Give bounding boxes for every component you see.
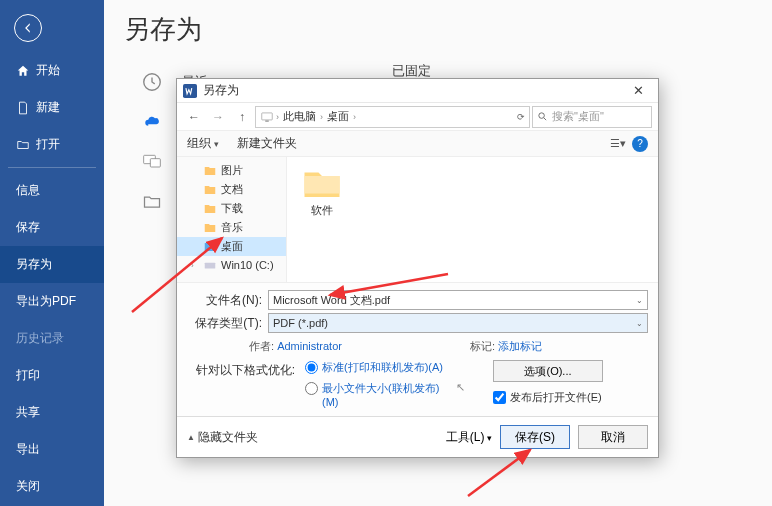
open-after-checkbox[interactable]: 发布后打开文件(E) bbox=[493, 390, 603, 405]
nav-open-label: 打开 bbox=[36, 136, 60, 153]
nav-save[interactable]: 保存 bbox=[0, 209, 104, 246]
filename-label: 文件名(N): bbox=[187, 292, 262, 309]
svg-rect-2 bbox=[150, 159, 160, 167]
optimize-min-label: 最小文件大小(联机发布)(M) bbox=[322, 381, 452, 408]
dialog-titlebar: 另存为 ✕ bbox=[177, 79, 658, 103]
svg-point-6 bbox=[539, 113, 545, 119]
svg-rect-3 bbox=[183, 84, 197, 98]
nav-info-label: 信息 bbox=[16, 182, 40, 199]
cloud-icon bbox=[134, 108, 170, 136]
nav-print[interactable]: 打印 bbox=[0, 357, 104, 394]
options-button[interactable]: 选项(O)... bbox=[493, 360, 603, 382]
nav-close[interactable]: 关闭 bbox=[0, 468, 104, 505]
arrow-left-icon bbox=[21, 21, 35, 35]
nav-home[interactable]: 开始 bbox=[0, 52, 104, 89]
crumb-folder[interactable]: 桌面 bbox=[325, 109, 351, 124]
home-icon bbox=[16, 64, 30, 78]
search-input[interactable]: 搜索"桌面" bbox=[532, 106, 652, 128]
filename-input[interactable]: Microsoft Word 文档.pdf⌄ bbox=[268, 290, 648, 310]
help-button[interactable]: ? bbox=[632, 136, 648, 152]
backstage-sidebar: 开始 新建 打开 信息 保存 另存为 导出为PDF 历史记录 打印 共享 导出 … bbox=[0, 0, 104, 506]
nav-export-label: 导出 bbox=[16, 441, 40, 458]
crumb-thispc[interactable]: 此电脑 bbox=[281, 109, 318, 124]
dialog-title: 另存为 bbox=[203, 82, 624, 99]
nav-forward-button[interactable]: → bbox=[207, 106, 229, 128]
tags-value[interactable]: 添加标记 bbox=[498, 340, 542, 352]
nav-back-button[interactable]: ← bbox=[183, 106, 205, 128]
dialog-toolbar: 组织 新建文件夹 ☰▾ ? bbox=[177, 131, 658, 157]
newfolder-button[interactable]: 新建文件夹 bbox=[237, 135, 297, 152]
dialog-form: 文件名(N): Microsoft Word 文档.pdf⌄ 保存类型(T): … bbox=[177, 282, 658, 416]
tree-item-label: Win10 (C:) bbox=[221, 259, 274, 271]
nav-exportpdf-label: 导出为PDF bbox=[16, 293, 76, 310]
nav-saveas-label: 另存为 bbox=[16, 256, 52, 273]
optimize-minimum-radio[interactable]: 最小文件大小(联机发布)(M) ↖ bbox=[305, 381, 465, 408]
close-button[interactable]: ✕ bbox=[624, 83, 652, 98]
tree-drive[interactable]: ›Win10 (C:) bbox=[177, 256, 286, 274]
cancel-button[interactable]: 取消 bbox=[578, 425, 648, 449]
nav-new-label: 新建 bbox=[36, 99, 60, 116]
tools-menu[interactable]: 工具(L) bbox=[446, 429, 492, 446]
tree-item-label: 下载 bbox=[221, 201, 243, 216]
breadcrumb[interactable]: › 此电脑 › 桌面 › ⟳ bbox=[255, 106, 530, 128]
author-value[interactable]: Administrator bbox=[277, 340, 342, 352]
clock-icon bbox=[134, 68, 170, 96]
open-after-label: 发布后打开文件(E) bbox=[510, 390, 602, 405]
savetype-label: 保存类型(T): bbox=[187, 315, 262, 332]
nav-up-button[interactable]: ↑ bbox=[231, 106, 253, 128]
folder-label: 软件 bbox=[311, 203, 333, 218]
dialog-navbar: ← → ↑ › 此电脑 › 桌面 › ⟳ 搜索"桌面" bbox=[177, 103, 658, 131]
folder-tree: 图片 文档 下载 音乐 桌面 ›Win10 (C:) bbox=[177, 157, 287, 282]
save-button[interactable]: 保存(S) bbox=[500, 425, 570, 449]
tree-item-label: 图片 bbox=[221, 163, 243, 178]
nav-history: 历史记录 bbox=[0, 320, 104, 357]
tree-item-label: 桌面 bbox=[221, 239, 243, 254]
tree-pictures[interactable]: 图片 bbox=[177, 161, 286, 180]
svg-rect-5 bbox=[265, 120, 269, 121]
nav-saveas[interactable]: 另存为 bbox=[0, 246, 104, 283]
nav-exportpdf[interactable]: 导出为PDF bbox=[0, 283, 104, 320]
file-icon bbox=[16, 101, 30, 115]
folder-icon bbox=[301, 165, 343, 201]
nav-export[interactable]: 导出 bbox=[0, 431, 104, 468]
author-label: 作者: bbox=[249, 340, 274, 352]
tree-downloads[interactable]: 下载 bbox=[177, 199, 286, 218]
saveas-dialog: 另存为 ✕ ← → ↑ › 此电脑 › 桌面 › ⟳ 搜索"桌面" 组织 新建文… bbox=[176, 78, 659, 458]
nav-info[interactable]: 信息 bbox=[0, 172, 104, 209]
tags-label: 标记: bbox=[470, 340, 495, 352]
nav-new[interactable]: 新建 bbox=[0, 89, 104, 126]
pc-icon bbox=[260, 110, 274, 124]
search-icon bbox=[537, 111, 548, 122]
folder-open-icon bbox=[134, 188, 170, 216]
nav-open[interactable]: 打开 bbox=[0, 126, 104, 163]
nav-home-label: 开始 bbox=[36, 62, 60, 79]
back-button[interactable] bbox=[14, 14, 42, 42]
optimize-standard-radio[interactable]: 标准(打印和联机发布)(A) bbox=[305, 360, 465, 375]
nav-print-label: 打印 bbox=[16, 367, 40, 384]
tree-item-label: 文档 bbox=[221, 182, 243, 197]
file-list[interactable]: 软件 bbox=[287, 157, 658, 282]
organize-menu[interactable]: 组织 bbox=[187, 135, 219, 152]
svg-rect-7 bbox=[205, 263, 216, 269]
savetype-value: PDF (*.pdf) bbox=[273, 317, 328, 329]
tree-item-label: 音乐 bbox=[221, 220, 243, 235]
tree-documents[interactable]: 文档 bbox=[177, 180, 286, 199]
nav-history-label: 历史记录 bbox=[16, 330, 64, 347]
tree-music[interactable]: 音乐 bbox=[177, 218, 286, 237]
dialog-footer: 隐藏文件夹 工具(L) 保存(S) 取消 bbox=[177, 416, 658, 457]
nav-save-label: 保存 bbox=[16, 219, 40, 236]
folder-item[interactable]: 软件 bbox=[295, 165, 349, 218]
savetype-select[interactable]: PDF (*.pdf)⌄ bbox=[268, 313, 648, 333]
optimize-std-label: 标准(打印和联机发布)(A) bbox=[322, 360, 443, 375]
filename-value: Microsoft Word 文档.pdf bbox=[273, 293, 390, 308]
page-title: 另存为 bbox=[124, 12, 752, 47]
word-icon bbox=[183, 84, 197, 98]
svg-rect-4 bbox=[262, 112, 273, 119]
search-placeholder: 搜索"桌面" bbox=[552, 109, 604, 124]
hide-folders-button[interactable]: 隐藏文件夹 bbox=[187, 429, 258, 446]
nav-share[interactable]: 共享 bbox=[0, 394, 104, 431]
view-menu[interactable]: ☰▾ bbox=[610, 136, 626, 152]
nav-share-label: 共享 bbox=[16, 404, 40, 421]
pc-icon bbox=[134, 148, 170, 176]
tree-desktop[interactable]: 桌面 bbox=[177, 237, 286, 256]
